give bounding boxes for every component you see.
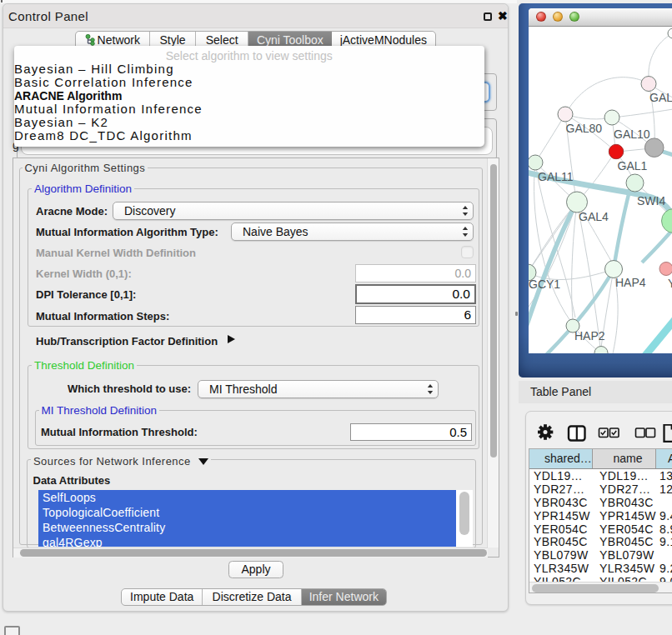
svg-text:YJ: YJ — [668, 277, 672, 290]
svg-text:GAL7: GAL7 — [649, 91, 672, 104]
svg-text:GAL4: GAL4 — [579, 210, 609, 223]
svg-text:GAL10: GAL10 — [614, 127, 650, 140]
svg-text:HAP4: HAP4 — [615, 276, 646, 289]
svg-text:HAP2: HAP2 — [574, 329, 605, 342]
svg-text:GCY1: GCY1 — [529, 278, 560, 291]
svg-text:GAL11: GAL11 — [538, 170, 574, 183]
svg-text:GAL80: GAL80 — [566, 122, 603, 135]
svg-text:GAL1: GAL1 — [618, 158, 648, 172]
svg-text:SWI4: SWI4 — [637, 194, 665, 208]
